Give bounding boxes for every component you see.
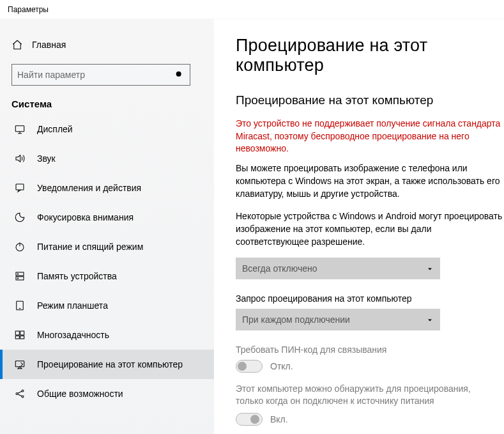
display-icon [14, 123, 26, 135]
sidebar-item-label: Дисплей [37, 124, 73, 134]
sidebar-item-label: Фокусировка внимания [37, 212, 134, 222]
svg-rect-9 [15, 331, 19, 335]
svg-rect-10 [20, 331, 24, 335]
sidebar-item-label: Проецирование на этот компьютер [37, 359, 183, 369]
search-input[interactable] [17, 70, 174, 80]
svg-rect-5 [16, 277, 24, 280]
sidebar-item-label: Уведомления и действия [37, 183, 141, 193]
chevron-down-icon [426, 265, 434, 272]
svg-rect-4 [16, 272, 24, 275]
require-pin-label: Требовать ПИН-код для связывания [236, 345, 504, 355]
page-title: Проецирование на этот компьютер [236, 36, 504, 75]
svg-rect-1 [15, 126, 24, 132]
section-title: Проецирование на этот компьютер [236, 93, 504, 107]
svg-rect-12 [20, 336, 24, 339]
sidebar: Главная Система Дисплей Звук [0, 19, 214, 434]
projecting-icon [14, 359, 26, 370]
svg-rect-13 [15, 361, 24, 367]
ask-to-project-dropdown[interactable]: При каждом подключении [236, 309, 440, 330]
sidebar-item-projecting[interactable]: Проецирование на этот компьютер [0, 350, 214, 379]
sidebar-item-label: Многозадачность [37, 330, 109, 340]
sidebar-item-label: Общие возможности [37, 389, 123, 399]
section-label: Система [0, 92, 214, 114]
svg-point-6 [17, 274, 18, 274]
window-title: Параметры [8, 5, 49, 14]
description-2: Некоторые устройства с Windows и Android… [236, 210, 504, 249]
sidebar-item-storage[interactable]: Память устройства [0, 261, 214, 291]
sidebar-item-label: Память устройства [37, 271, 117, 281]
svg-point-0 [176, 72, 181, 77]
sidebar-nav: Дисплей Звук Уведомления и действия Фоку… [0, 114, 214, 408]
notifications-icon [14, 182, 26, 194]
sidebar-item-tablet[interactable]: Режим планшета [0, 291, 214, 320]
sound-icon [14, 153, 26, 164]
discover-on-power-toggle-text: Вкл. [270, 414, 288, 424]
search-box[interactable] [11, 64, 190, 86]
svg-rect-11 [15, 336, 19, 339]
chevron-down-icon [426, 316, 434, 323]
sidebar-item-shared[interactable]: Общие возможности [0, 379, 214, 408]
home-button[interactable]: Главная [0, 32, 214, 58]
search-icon [174, 70, 185, 80]
storage-icon [14, 270, 26, 282]
svg-point-16 [22, 396, 24, 398]
window-titlebar: Параметры [0, 0, 504, 19]
sidebar-item-multitask[interactable]: Многозадачность [0, 320, 214, 350]
home-icon [11, 39, 23, 50]
sidebar-item-power[interactable]: Питание и спящий режим [0, 232, 214, 261]
sidebar-item-label: Питание и спящий режим [37, 242, 143, 252]
sidebar-item-display[interactable]: Дисплей [0, 114, 214, 144]
require-pin-toggle[interactable] [236, 360, 263, 373]
miracast-error-text: Это устройство не поддерживает получение… [236, 118, 504, 155]
svg-point-7 [17, 278, 18, 279]
dropdown-value: При каждом подключении [242, 314, 350, 325]
main-content: Проецирование на этот компьютер Проециро… [214, 19, 504, 434]
home-label: Главная [32, 40, 66, 50]
shared-icon [14, 388, 26, 399]
svg-point-15 [22, 390, 24, 392]
require-pin-toggle-text: Откл. [270, 361, 293, 371]
tablet-icon [14, 300, 26, 311]
sidebar-item-focus[interactable]: Фокусировка внимания [0, 203, 214, 232]
dropdown-value: Всегда отключено [242, 263, 317, 274]
description-1: Вы можете проецировать изображение с тел… [236, 162, 504, 201]
sidebar-item-sound[interactable]: Звук [0, 144, 214, 173]
multitask-icon [14, 329, 26, 341]
sidebar-item-label: Звук [37, 153, 56, 164]
ask-to-project-label: Запрос проецирования на этот компьютер [236, 293, 504, 304]
discover-on-power-label: Этот компьютер можно обнаружить для прое… [236, 383, 498, 408]
power-icon [14, 241, 26, 252]
svg-rect-2 [16, 184, 24, 190]
discover-on-power-toggle[interactable] [236, 413, 263, 426]
sidebar-item-notifications[interactable]: Уведомления и действия [0, 173, 214, 203]
sidebar-item-label: Режим планшета [37, 300, 108, 311]
svg-point-14 [16, 393, 18, 395]
availability-dropdown[interactable]: Всегда отключено [236, 258, 440, 279]
focus-icon [14, 212, 26, 223]
